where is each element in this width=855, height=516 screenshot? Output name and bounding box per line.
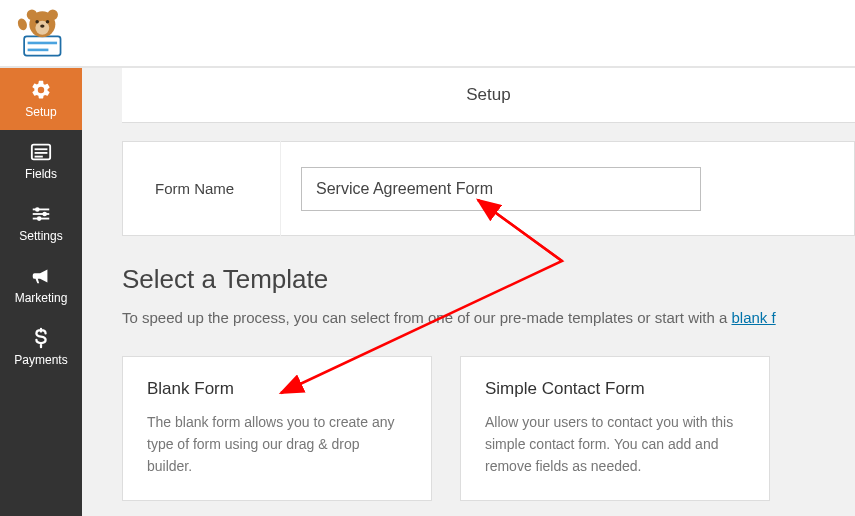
- app-logo: [10, 7, 66, 59]
- svg-point-19: [42, 212, 47, 217]
- svg-point-10: [16, 17, 28, 31]
- top-header: [0, 0, 855, 68]
- sliders-icon: [30, 203, 52, 225]
- sidebar-item-label: Marketing: [15, 291, 68, 305]
- form-name-label: Form Name: [155, 141, 281, 236]
- svg-point-8: [46, 20, 49, 23]
- svg-point-20: [37, 216, 42, 221]
- select-template-description: To speed up the process, you can select …: [122, 307, 855, 330]
- sidebar-item-label: Payments: [14, 353, 67, 367]
- svg-point-18: [35, 207, 40, 212]
- template-card-simple-contact[interactable]: Simple Contact Form Allow your users to …: [460, 356, 770, 501]
- sidebar-item-marketing[interactable]: Marketing: [0, 254, 82, 316]
- main-panel: Setup Form Name Select a Template To spe…: [82, 68, 855, 516]
- svg-rect-1: [28, 42, 57, 45]
- bullhorn-icon: [30, 265, 52, 287]
- blank-form-link[interactable]: blank f: [731, 309, 775, 326]
- svg-rect-2: [28, 49, 49, 52]
- template-card-title: Blank Form: [147, 379, 407, 399]
- svg-point-7: [35, 20, 38, 23]
- form-name-panel: Form Name: [122, 141, 855, 236]
- svg-rect-0: [24, 36, 60, 55]
- sidebar-item-label: Settings: [19, 229, 62, 243]
- template-card-desc: Allow your users to contact you with thi…: [485, 411, 745, 478]
- select-template-heading: Select a Template: [122, 264, 855, 295]
- select-template-section: Select a Template To speed up the proces…: [122, 236, 855, 501]
- sidebar-item-fields[interactable]: Fields: [0, 130, 82, 192]
- page-title: Setup: [466, 85, 510, 105]
- sidebar-item-setup[interactable]: Setup: [0, 68, 82, 130]
- template-card-desc: The blank form allows you to create any …: [147, 411, 407, 478]
- main-header: Setup: [122, 68, 855, 123]
- gear-icon: [30, 79, 52, 101]
- sidebar-item-label: Setup: [25, 105, 56, 119]
- form-name-input[interactable]: [301, 167, 701, 211]
- svg-point-4: [27, 10, 37, 20]
- dollar-icon: [30, 327, 52, 349]
- sidebar-item-payments[interactable]: Payments: [0, 316, 82, 378]
- sidebar-item-settings[interactable]: Settings: [0, 192, 82, 254]
- list-icon: [30, 141, 52, 163]
- sidebar-item-label: Fields: [25, 167, 57, 181]
- template-card-title: Simple Contact Form: [485, 379, 745, 399]
- svg-point-9: [40, 25, 44, 28]
- sidebar: Setup Fields Settings Marketing Payments: [0, 68, 82, 516]
- template-card-blank[interactable]: Blank Form The blank form allows you to …: [122, 356, 432, 501]
- svg-point-5: [48, 10, 58, 20]
